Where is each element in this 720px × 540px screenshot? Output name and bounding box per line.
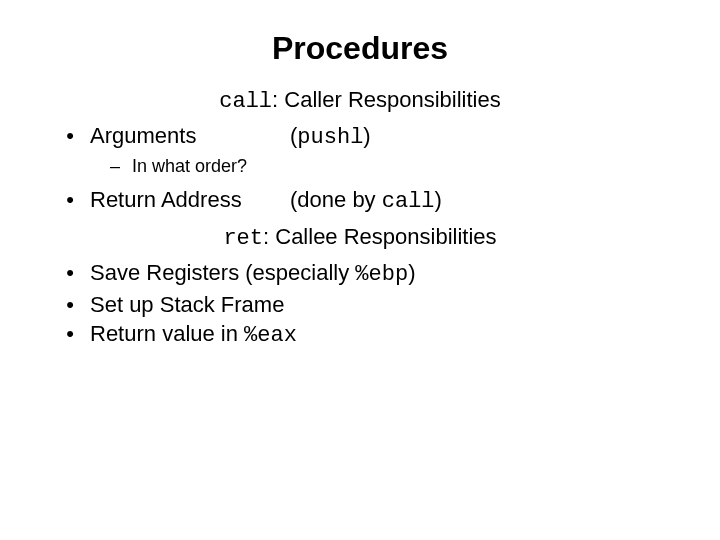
sub-bullet-text: In what order? [132,154,247,178]
bullet-stack-frame: • Set up Stack Frame [50,290,670,320]
bullet-stack-text: Set up Stack Frame [90,290,670,320]
caller-text: : Caller Responsibilities [272,87,501,112]
slide-body: call: Caller Responsibilities • Argument… [50,85,670,351]
sub-bullet-order: – In what order? [50,154,670,178]
bullet-return-detail: (done by call) [290,185,670,217]
bullet-return-address: • Return Address (done by call) [50,185,670,217]
bullet-icon: • [50,319,90,349]
bullet-icon: • [50,185,90,215]
bullet-return-value-text: Return value in %eax [90,319,670,351]
bullet-arguments-detail: (pushl) [290,121,670,153]
caller-code: call [219,89,272,114]
bullet-return-value: • Return value in %eax [50,319,670,351]
bullet-save-registers: • Save Registers (especially %ebp) [50,258,670,290]
callee-code: ret [223,226,263,251]
bullet-icon: • [50,121,90,151]
bullet-return-label: Return Address [90,185,290,217]
callee-heading: ret: Callee Responsibilities [50,222,670,254]
caller-heading: call: Caller Responsibilities [50,85,670,117]
bullet-icon: • [50,258,90,288]
bullet-arguments-label: Arguments [90,121,290,153]
dash-icon: – [50,154,132,178]
page-title: Procedures [50,30,670,67]
bullet-arguments: • Arguments (pushl) [50,121,670,153]
slide: Procedures call: Caller Responsibilities… [0,0,720,351]
bullet-save-text: Save Registers (especially %ebp) [90,258,670,290]
bullet-icon: • [50,290,90,320]
callee-text: : Callee Responsibilities [263,224,497,249]
